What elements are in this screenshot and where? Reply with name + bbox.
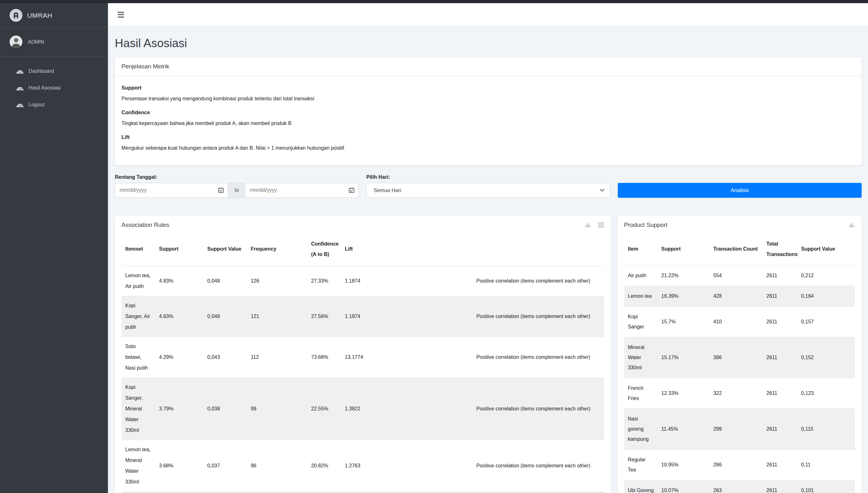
- day-select[interactable]: Semua Hari: [366, 183, 610, 198]
- rule-row: Lemon tea, Air putih 4.83% 0,048 126 27.…: [121, 266, 604, 296]
- cell-itemset: Kopi Sanger, Mineral Water 330ml: [121, 378, 155, 440]
- cell-support: 4.83%: [155, 266, 204, 296]
- cell-confidence: 14.81%: [307, 491, 341, 493]
- date-from-input[interactable]: [115, 183, 228, 198]
- metrics-card-body: Support Persentase transaksi yang mengan…: [115, 76, 862, 166]
- cell-note: Positive correlation (items complement e…: [473, 337, 604, 378]
- cell-support: 16.39%: [658, 286, 710, 306]
- analyze-button[interactable]: Analisis: [618, 183, 862, 198]
- column-header: Support Value: [203, 234, 247, 266]
- cell-transaction-count: 554: [710, 265, 763, 286]
- metric-description: Tingkat kepercayaan bahwa jika membeli p…: [121, 119, 855, 128]
- day-filter: Pilih Hari: Semua Hari: [366, 174, 610, 198]
- download-icon[interactable]: [848, 221, 855, 228]
- gauge-icon: [16, 68, 24, 74]
- cell-frequency: 126: [247, 266, 308, 296]
- cell-transaction-count: 410: [710, 306, 763, 337]
- association-rules-card: Association Rules: [115, 216, 611, 493]
- cell-support: 21.22%: [658, 265, 710, 286]
- metric-term: Lift: [121, 133, 855, 141]
- brand[interactable]: UMRAH: [0, 3, 108, 28]
- metric-term: Confidence: [121, 108, 855, 116]
- date-to-input[interactable]: [245, 183, 359, 198]
- cell-confidence: 73.68%: [307, 337, 341, 378]
- cell-itemset: Lemon tea, Air putih: [121, 266, 155, 296]
- metrics-card-title: Penjelasan Metrik: [121, 63, 169, 70]
- download-icon[interactable]: [584, 221, 591, 228]
- cell-support-value: 0,11: [797, 449, 855, 480]
- date-range-label: Rentang Tanggal:: [115, 174, 359, 180]
- top-strip: [0, 0, 868, 3]
- chevron-down-icon: [600, 189, 604, 192]
- card-tools: [584, 221, 604, 228]
- cell-frequency: 99: [247, 378, 308, 440]
- cell-frequency: 89: [247, 491, 308, 493]
- sidebar-item-label: Dashboard: [28, 68, 54, 74]
- content: Hasil Asosiasi Penjelasan Metrik Support…: [108, 35, 868, 493]
- brand-title: UMRAH: [27, 12, 52, 19]
- association-rules-title: Association Rules: [121, 221, 169, 229]
- cell-confidence: 20.82%: [307, 440, 341, 491]
- column-header: Support: [658, 234, 710, 265]
- cell-total-transactions: 2611: [763, 337, 798, 378]
- sidebar-item[interactable]: Logout: [0, 96, 108, 113]
- cell-transaction-count: 286: [710, 449, 763, 480]
- cell-support-value: 0,046: [203, 296, 247, 337]
- product-support-table-wrap: ItemSupportTransaction CountTotal Transa…: [618, 234, 862, 493]
- column-header: Support Value: [797, 234, 855, 265]
- cell-support-value: 0,115: [797, 408, 855, 449]
- cell-support-value: 0,152: [797, 337, 855, 378]
- product-row: Air putih 21.22% 554 2611 0,212: [624, 265, 855, 286]
- cell-total-transactions: 2611: [763, 480, 798, 493]
- user-name[interactable]: ADMIN: [28, 39, 44, 45]
- gauge-icon: [16, 101, 24, 108]
- cell-support-value: 0,157: [797, 306, 855, 337]
- column-header: Itemset: [121, 234, 155, 266]
- rule-row: Soto betawi, Nasi putih 4.29% 0,043 112 …: [121, 337, 604, 378]
- product-support-card: Product Support ItemSupportTransaction C…: [618, 216, 862, 493]
- cell-transaction-count: 396: [710, 337, 763, 378]
- results-row: Association Rules: [115, 216, 862, 493]
- product-row: Nasi goreng kampung 11.45% 299 2611 0,11…: [624, 408, 855, 449]
- table-menu-icon[interactable]: [598, 222, 604, 228]
- cell-support: 15.7%: [658, 306, 710, 337]
- cell-transaction-count: 299: [710, 408, 763, 449]
- cell-total-transactions: 2611: [763, 286, 798, 306]
- cell-support-value: 0,043: [203, 337, 247, 378]
- cell-support: 10.95%: [658, 449, 710, 480]
- cell-item: Ubi Goreng: [624, 480, 658, 493]
- cell-confidence: 27.33%: [307, 266, 341, 296]
- rule-row: Kopi Sanger, Air putih 4.63% 0,046 121 2…: [121, 296, 604, 337]
- cell-itemset: Lemon tea, Mineral Water 330ml: [121, 440, 155, 491]
- date-separator: to: [228, 183, 245, 198]
- cell-confidence: 27.56%: [307, 296, 341, 337]
- column-header: Item: [624, 234, 658, 265]
- cell-support: 3.79%: [155, 378, 204, 440]
- cell-transaction-count: 428: [710, 286, 763, 306]
- cell-support-value: 0,164: [797, 286, 855, 306]
- hamburger-icon: [118, 12, 124, 13]
- cell-support-value: 0,123: [797, 378, 855, 408]
- cell-transaction-count: 263: [710, 480, 763, 493]
- association-rules-table-wrap: ItemsetSupportSupport ValueFrequencyConf…: [115, 234, 611, 493]
- user-panel: ADMIN: [0, 28, 108, 57]
- metric-item: Confidence Tingkat kepercayaan bahwa jik…: [121, 108, 855, 128]
- sidebar-item[interactable]: Dashboard: [0, 63, 108, 80]
- menu-toggle-button[interactable]: [118, 12, 124, 18]
- cell-total-transactions: 2611: [763, 306, 798, 337]
- cell-note: Positive correlation (items complement e…: [473, 296, 604, 337]
- cell-support: 15.17%: [658, 337, 710, 378]
- rule-row: Air putih, Ubi Goreng 3.41% 0,034 89 14.…: [121, 491, 604, 493]
- association-rules-header: Association Rules: [115, 216, 611, 234]
- column-header: Total Transactions: [763, 234, 798, 265]
- cell-support: 3.41%: [155, 491, 204, 493]
- column-header: Transaction Count: [710, 234, 763, 265]
- page-title: Hasil Asosiasi: [115, 35, 862, 51]
- cell-support-value: 0,037: [203, 440, 247, 491]
- rule-row: Lemon tea, Mineral Water 330ml 3.68% 0,0…: [121, 440, 604, 491]
- cell-transaction-count: 322: [710, 378, 763, 408]
- date-range-group: to: [115, 183, 359, 198]
- sidebar-item[interactable]: Hasil Asosiasi: [0, 80, 108, 96]
- cell-lift: 1.1874: [341, 266, 473, 296]
- metric-description: Persentase transaksi yang mengandung kom…: [121, 94, 855, 103]
